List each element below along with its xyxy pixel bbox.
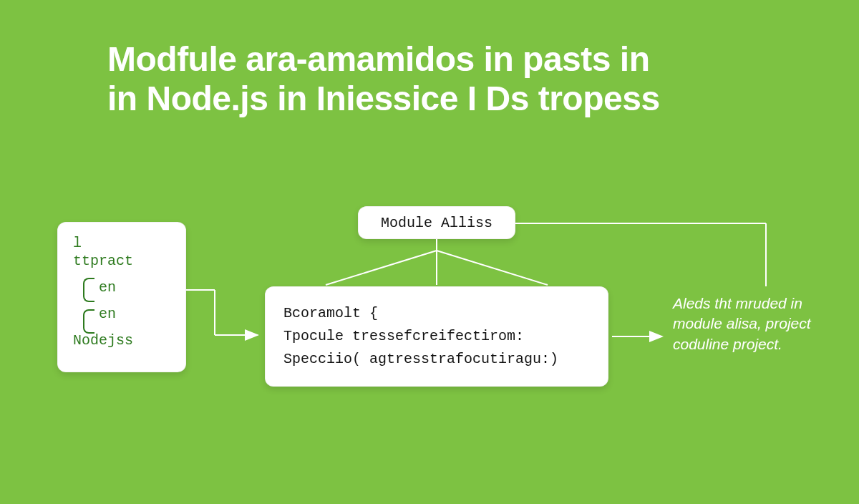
- brace-icon: [83, 278, 94, 302]
- left-code-l1: l: [73, 235, 173, 251]
- title-line-2: in Node.js in Iniessice I Ds tropess: [107, 79, 752, 118]
- center-code-l1: Bcoramolt {: [283, 302, 590, 325]
- module-to-caption-connector: [515, 223, 766, 286]
- left-code-en1: en: [99, 279, 173, 296]
- module-label-text: Module Alliss: [381, 215, 492, 231]
- svg-line-5: [437, 251, 548, 285]
- left-code-en2: en: [99, 306, 173, 322]
- brace-icon: [83, 309, 94, 334]
- center-code-card: Bcoramolt { Tpocule tressefcreifectirom:…: [265, 286, 608, 387]
- center-code-l2: Tpocule tressefcreifectirom:: [283, 325, 590, 348]
- left-code-card: l ttpract en en Nodejss: [57, 222, 186, 372]
- center-code-l3: Specciio( agtresstrafocutiragu:): [283, 348, 590, 371]
- left-code-l2: ttpract: [73, 253, 173, 269]
- svg-line-4: [326, 251, 437, 285]
- arrow-left-to-center: [186, 290, 258, 335]
- left-code-bottom: Nodejss: [73, 332, 173, 349]
- caption-text: Aleds tht mruded in module alisa, projec…: [673, 295, 811, 352]
- module-tree-connector: [326, 239, 548, 285]
- title-line-1: Modfule ara-amamidos in pasts in: [107, 39, 752, 79]
- slide-title: Modfule ara-amamidos in pasts in in Node…: [107, 39, 752, 118]
- module-label-box: Module Alliss: [358, 206, 515, 239]
- right-caption: Aleds tht mruded in module alisa, projec…: [673, 294, 838, 354]
